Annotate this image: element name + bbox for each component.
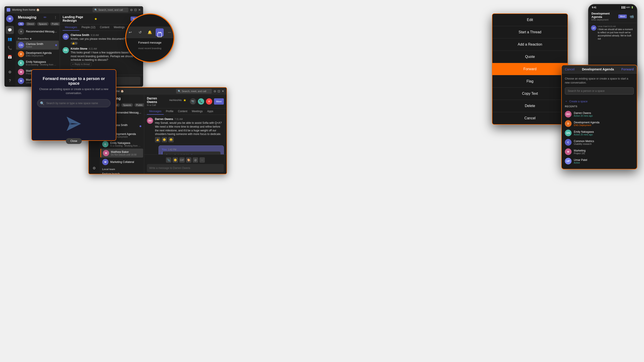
chat-status2: In a Call: [147, 104, 186, 106]
zoom-refresh-btn[interactable]: ↺: [136, 28, 144, 36]
title-search[interactable]: 🔍 Search, meet, and call: [92, 7, 128, 12]
reply-to-thread-button[interactable]: ↩ Reply to thread: [71, 62, 92, 66]
context-quote[interactable]: Quote: [492, 51, 568, 63]
happy-icon[interactable]: 😊: [162, 137, 167, 142]
filter-spaces[interactable]: Spaces: [37, 22, 49, 26]
star-icon[interactable]: ★: [94, 17, 97, 21]
tab-meetings[interactable]: Meetings: [112, 24, 127, 31]
rail-settings2[interactable]: ⚙: [90, 164, 98, 172]
chat-dev-agenda[interactable]: D Development Agenda ENG Deployment: [16, 50, 59, 58]
context-delete[interactable]: Delete: [492, 100, 568, 112]
context-cancel[interactable]: Cancel: [492, 112, 568, 124]
mobile-forward-btn[interactable]: Forward: [622, 67, 634, 71]
tab-content[interactable]: Content: [98, 24, 112, 31]
chat-title2: Darren Owens: [147, 96, 168, 104]
mobile-search-input[interactable]: [565, 87, 634, 94]
chat-marketing2[interactable]: M Marketing Collateral: [100, 158, 143, 166]
rail-calendar[interactable]: 📅: [6, 53, 14, 61]
recent-status: ENG Deployment: [574, 124, 634, 126]
forward-search-input[interactable]: [46, 102, 108, 105]
attach-icon[interactable]: 📎: [166, 157, 171, 163]
rail-calls[interactable]: 📞: [6, 44, 14, 52]
zoom-notify-btn[interactable]: 🔔: [146, 28, 154, 36]
chat-input2[interactable]: Write a message to Darren Owens: [147, 164, 224, 172]
signal-icon: ▐▐▐: [621, 6, 625, 8]
msg-sender: Clarissa Smith: [71, 33, 89, 37]
recent-common[interactable]: C Common Metrics Usability research: [565, 138, 634, 147]
chat-emily[interactable]: E Emily Nakagawa In a meeting · Working …: [16, 58, 59, 67]
zoom-back-btn[interactable]: ↩: [126, 28, 134, 36]
filter-tabs: All Direct Spaces Public: [15, 21, 60, 27]
minimize-icon: ⊖: [130, 8, 133, 12]
tab-meetings2[interactable]: Meetings: [190, 108, 205, 115]
context-copy-text[interactable]: Copy Text: [492, 88, 568, 100]
title-search2[interactable]: 🔍 Search, meet, and call: [176, 89, 212, 94]
recent-status: Active 25 mins ago: [574, 133, 634, 136]
tab-messages2[interactable]: Messages: [147, 108, 164, 115]
context-flag[interactable]: Flag: [492, 75, 568, 88]
filter-spaces2[interactable]: Spaces: [121, 103, 133, 107]
recent-umar[interactable]: UP Umar Patel Active: [565, 156, 634, 166]
minimize-icon2: ⊖: [214, 89, 216, 93]
phone-message-row: UP Umar Patel 8:23 AM I think we should …: [591, 25, 634, 40]
gif-icon[interactable]: GIF: [179, 157, 185, 163]
rail-settings[interactable]: ⚙: [6, 68, 14, 76]
video-btn[interactable]: 📞: [198, 98, 204, 105]
filter-public2[interactable]: Public: [134, 103, 144, 107]
maximize-icon: ⊡: [134, 8, 137, 12]
tab-messages[interactable]: Messages: [62, 24, 80, 31]
mobile-cancel-btn[interactable]: Cancel: [565, 67, 575, 71]
tab-profile2[interactable]: Profile: [164, 108, 176, 115]
recommended-messages-item[interactable]: ★ Recommended Messages: [16, 27, 59, 36]
user-avatar[interactable]: W: [6, 15, 14, 22]
phone-msg-text: I think we should all take a moment to r…: [598, 28, 634, 40]
emoji-icon[interactable]: 😮: [168, 137, 174, 142]
phone-video-icon[interactable]: 📹: [630, 14, 634, 18]
tab-apps2[interactable]: Apps: [205, 108, 215, 115]
end-btn[interactable]: ✕: [206, 98, 212, 105]
meet-btn2[interactable]: Meet: [214, 98, 224, 105]
chat-title: Landing Page Redesign: [62, 15, 92, 22]
recent-status: Usability research: [574, 143, 634, 145]
local-team2: Local team: [100, 166, 144, 171]
recent-emily[interactable]: EN Emily Nakagawa Active 25 mins ago: [565, 128, 634, 138]
zoom-context: most recent branding: [138, 47, 161, 50]
recent-marketing[interactable]: M Marketing Project 191: [565, 147, 634, 156]
close-icon2[interactable]: ✕: [222, 89, 224, 93]
filter-icon[interactable]: ⋮: [54, 16, 57, 19]
mention-icon[interactable]: @: [193, 157, 198, 163]
call-btn[interactable]: 📷: [190, 98, 196, 105]
recent-name: Darren Owens: [574, 111, 634, 115]
chat-clarissa[interactable]: CS Clarissa Smith Active: [16, 41, 59, 50]
emoji-icon2[interactable]: 😊: [173, 157, 178, 163]
chat-matthew2[interactable]: M Matthew Baker Do Not Disturb until 16:…: [100, 149, 143, 158]
new-chat-icon[interactable]: ✏: [44, 15, 46, 19]
recent-dev-agenda[interactable]: D Development Agenda ENG Deployment: [565, 119, 634, 128]
zoom-more-btn[interactable]: ···: [166, 28, 174, 36]
sticker-icon[interactable]: 🎨: [186, 157, 192, 163]
rail-help[interactable]: ?: [6, 77, 14, 85]
close-icon[interactable]: ✕: [138, 8, 141, 12]
rail-chat[interactable]: 💬: [6, 26, 14, 34]
context-edit[interactable]: Edit: [492, 14, 568, 26]
context-start-thread[interactable]: Start a Thread: [492, 26, 568, 38]
create-space-btn[interactable]: ＋ Create a space: [565, 98, 634, 105]
filter-direct[interactable]: Direct: [26, 22, 36, 26]
phone-meet-btn[interactable]: Meet: [618, 14, 627, 18]
recent-darren[interactable]: DO Darren Owens Active 20 mins ago: [565, 109, 634, 119]
more-icon[interactable]: ···: [200, 157, 205, 163]
tab-content2[interactable]: Content: [176, 108, 190, 115]
forward-search[interactable]: 🔍: [37, 99, 110, 107]
tab-people[interactable]: People (12): [80, 24, 98, 31]
thumbs-up-icon[interactable]: 👍: [155, 137, 160, 142]
close-forward-button[interactable]: Close: [66, 138, 82, 144]
context-add-reaction[interactable]: Add a Reaction: [492, 38, 568, 51]
chat-emily2[interactable]: E Emily Nakagawa In a meeting · Working …: [100, 140, 143, 149]
star-icon2[interactable]: ★: [183, 98, 186, 102]
rail-teams[interactable]: 👥: [6, 35, 14, 43]
filter-public[interactable]: Public: [50, 22, 60, 26]
search-ph2: Search, meet, and call: [182, 90, 206, 92]
context-forward[interactable]: Forward: [492, 63, 568, 75]
filter-all[interactable]: All: [18, 22, 24, 26]
msg-avatar: KS: [62, 47, 69, 53]
